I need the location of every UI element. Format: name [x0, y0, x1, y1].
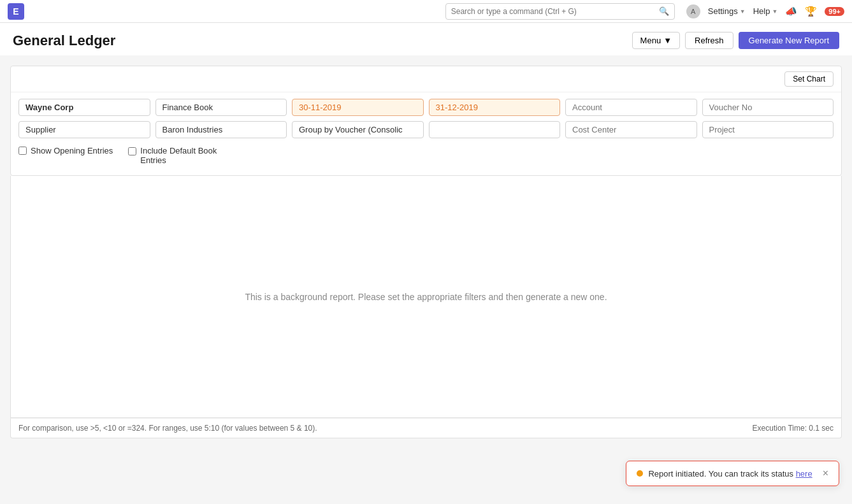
page-actions: Menu ▼ Refresh Generate New Report [632, 32, 839, 49]
company-field[interactable] [18, 99, 150, 116]
help-caret: ▼ [772, 8, 777, 15]
page-header: General Ledger Menu ▼ Refresh Generate N… [0, 23, 852, 55]
filter-row-2 [18, 121, 834, 138]
execution-time: Execution Time: 0.1 sec [753, 424, 834, 433]
group-by-field[interactable] [292, 121, 424, 138]
report-area: This is a background report. Please set … [10, 176, 842, 418]
avatar: A [686, 4, 700, 18]
page-title: General Ledger [13, 32, 115, 49]
filter-checkbox-row: Show Opening Entries Include Default Boo… [18, 143, 834, 169]
settings-button[interactable]: Settings ▼ [708, 6, 746, 16]
refresh-button[interactable]: Refresh [685, 32, 733, 49]
project-field[interactable] [702, 121, 834, 138]
include-default-checkbox[interactable] [128, 147, 136, 155]
from-date-field[interactable] [292, 99, 424, 116]
menu-caret-icon: ▼ [663, 36, 672, 45]
search-input[interactable] [451, 7, 659, 16]
filter-panel: Set Chart [10, 66, 842, 176]
filter-rows: Show Opening Entries Include Default Boo… [11, 92, 841, 175]
finance-book-field[interactable] [155, 99, 287, 116]
search-icon: 🔍 [659, 6, 669, 16]
search-bar[interactable]: 🔍 [445, 3, 675, 20]
menu-button[interactable]: Menu ▼ [632, 32, 680, 49]
cost-center-field[interactable] [565, 121, 697, 138]
account-field[interactable] [565, 99, 697, 116]
nav-actions: A Settings ▼ Help ▼ 📣 🏆 99+ [686, 4, 844, 18]
party-type-field[interactable] [18, 121, 150, 138]
report-empty-message: This is a background report. Please set … [245, 292, 607, 302]
help-button[interactable]: Help ▼ [753, 6, 778, 16]
footer-hint: For comparison, use >5, <10 or =324. For… [18, 424, 317, 433]
notification-badge[interactable]: 99+ [825, 7, 844, 16]
party-field[interactable] [155, 121, 287, 138]
filter-row-1 [18, 99, 834, 116]
debit-credit-field[interactable] [429, 121, 561, 138]
include-default-label[interactable]: Include Default BookEntries [128, 146, 217, 165]
generate-report-button[interactable]: Generate New Report [739, 32, 839, 49]
footer-bar: For comparison, use >5, <10 or =324. For… [10, 418, 842, 438]
set-chart-button[interactable]: Set Chart [784, 71, 834, 87]
main-content: Set Chart [0, 55, 852, 449]
app-icon[interactable]: E [8, 3, 24, 20]
show-opening-checkbox[interactable] [18, 147, 27, 155]
topnav: E 🔍 A Settings ▼ Help ▼ 📣 🏆 99+ [0, 0, 852, 23]
filter-top-bar: Set Chart [11, 66, 841, 92]
settings-caret: ▼ [740, 8, 746, 15]
voucher-no-field[interactable] [702, 99, 834, 116]
trophy-icon[interactable]: 🏆 [805, 6, 817, 17]
to-date-field[interactable] [429, 99, 561, 116]
megaphone-icon[interactable]: 📣 [785, 6, 797, 17]
show-opening-label[interactable]: Show Opening Entries [18, 146, 113, 155]
